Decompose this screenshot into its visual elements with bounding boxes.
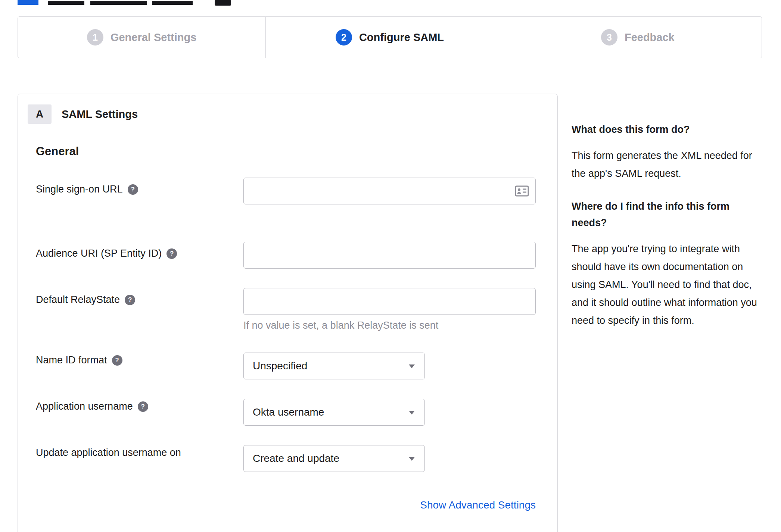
sso-url-input-wrap [243,178,536,204]
sso-url-input[interactable] [243,178,536,204]
help-icon[interactable]: ? [125,295,135,305]
wizard-stepper: 1 General Settings 2 Configure SAML 3 Fe… [18,16,762,58]
selected-value: Okta username [253,406,324,418]
help-icon[interactable]: ? [128,184,138,195]
section-a-badge: A [28,104,52,124]
general-heading: General [36,145,79,158]
selected-value: Create and update [253,453,339,464]
help-icon[interactable]: ? [112,355,122,366]
application-username-select[interactable]: Okta username [243,399,425,426]
clipped-app-title-row [0,0,781,7]
step-configure-saml[interactable]: 2 Configure SAML [265,17,513,58]
update-app-username-select[interactable]: Create and update [243,445,425,472]
relay-state-input-wrap [243,288,536,315]
help-answer-2: The app you're trying to integrate with … [572,240,763,329]
clipped-edit-icon-fragment [215,0,231,6]
step-general-settings[interactable]: 1 General Settings [18,17,265,58]
selected-value: Unspecified [253,360,307,372]
step-label: Configure SAML [359,31,444,44]
help-icon[interactable]: ? [167,248,177,259]
step-number-badge: 3 [601,29,617,46]
update-app-username-label-row: Update application username on [36,447,181,459]
relay-state-label-row: Default RelayState ? [36,294,135,306]
saml-settings-panel: A SAML Settings General Single sign-on U… [18,94,558,532]
contact-card-icon [515,185,529,198]
help-answer-1: This form generates the XML needed for t… [572,147,763,182]
audience-uri-label-row: Audience URI (SP Entity ID) ? [36,248,177,259]
name-id-format-label-row: Name ID format ? [36,354,122,366]
name-id-format-label: Name ID format [36,354,107,366]
step-feedback[interactable]: 3 Feedback [514,17,762,58]
clipped-title-fragment [152,1,193,5]
update-app-username-label: Update application username on [36,447,181,459]
sso-url-label-row: Single sign-on URL ? [36,184,138,195]
clipped-title-fragment [48,1,84,5]
chevron-down-icon [409,411,415,414]
audience-uri-label: Audience URI (SP Entity ID) [36,248,162,259]
help-question-2: Where do I find the info this form needs… [572,198,763,231]
audience-uri-input[interactable] [243,242,536,269]
relay-state-label: Default RelayState [36,294,120,306]
audience-uri-input-wrap [243,242,536,269]
show-advanced-settings-link[interactable]: Show Advanced Settings [243,499,536,511]
help-question-1: What does this form do? [572,121,763,138]
step-number-badge: 1 [87,29,103,46]
clipped-logo-fragment [18,0,38,5]
chevron-down-icon [409,364,415,368]
step-number-badge: 2 [336,29,352,46]
section-title: SAML Settings [62,108,138,121]
relay-state-input[interactable] [243,288,536,315]
chevron-down-icon [409,457,415,461]
step-label: Feedback [625,31,675,44]
help-icon[interactable]: ? [138,401,148,412]
sso-url-label: Single sign-on URL [36,184,123,195]
relay-state-hint: If no value is set, a blank RelayState i… [243,320,438,331]
application-username-label: Application username [36,401,133,412]
name-id-format-select[interactable]: Unspecified [243,353,425,379]
step-label: General Settings [111,31,196,44]
application-username-label-row: Application username ? [36,401,148,412]
help-sidebar: What does this form do? This form genera… [572,121,763,345]
clipped-title-fragment [90,1,147,5]
